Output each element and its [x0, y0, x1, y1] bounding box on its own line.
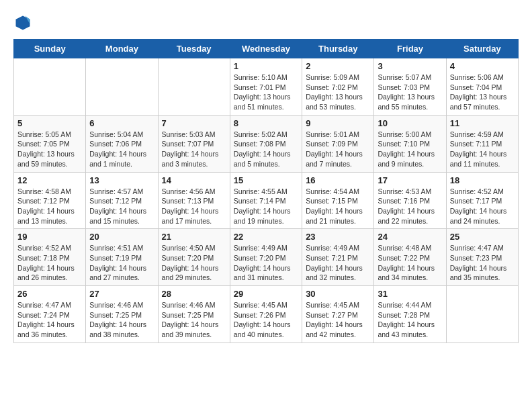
day-info: Sunrise: 4:50 AMSunset: 7:20 PMDaylight:…	[162, 243, 226, 283]
day-info: Sunrise: 5:07 AMSunset: 7:03 PMDaylight:…	[378, 73, 442, 112]
calendar-cell	[14, 58, 86, 116]
day-info: Sunrise: 4:56 AMSunset: 7:13 PMDaylight:…	[162, 187, 226, 226]
weekday-header-wednesday: Wednesday	[230, 40, 302, 58]
calendar-week-2: 5Sunrise: 5:05 AMSunset: 7:05 PMDaylight…	[14, 115, 519, 172]
logo-icon	[13, 13, 32, 32]
day-number: 6	[89, 118, 154, 128]
day-number: 31	[378, 289, 442, 299]
day-number: 5	[17, 118, 82, 128]
day-info: Sunrise: 5:09 AMSunset: 7:02 PMDaylight:…	[306, 73, 370, 112]
day-info: Sunrise: 4:48 AMSunset: 7:22 PMDaylight:…	[378, 243, 442, 283]
calendar-cell: 16Sunrise: 4:54 AMSunset: 7:15 PMDayligh…	[302, 172, 374, 229]
calendar-cell: 7Sunrise: 5:03 AMSunset: 7:07 PMDaylight…	[158, 115, 230, 172]
calendar-cell: 23Sunrise: 4:49 AMSunset: 7:21 PMDayligh…	[302, 229, 374, 286]
day-info: Sunrise: 4:46 AMSunset: 7:25 PMDaylight:…	[162, 300, 226, 340]
calendar-table: SundayMondayTuesdayWednesdayThursdayFrid…	[13, 39, 519, 343]
calendar-cell	[86, 58, 158, 116]
calendar-cell: 27Sunrise: 4:46 AMSunset: 7:25 PMDayligh…	[86, 286, 158, 343]
day-number: 1	[234, 61, 298, 71]
day-info: Sunrise: 4:59 AMSunset: 7:11 PMDaylight:…	[450, 130, 515, 169]
calendar-cell: 26Sunrise: 4:47 AMSunset: 7:24 PMDayligh…	[14, 286, 86, 343]
day-info: Sunrise: 4:55 AMSunset: 7:14 PMDaylight:…	[234, 187, 298, 226]
day-info: Sunrise: 5:02 AMSunset: 7:08 PMDaylight:…	[234, 130, 298, 169]
day-number: 23	[306, 232, 370, 242]
day-info: Sunrise: 4:49 AMSunset: 7:20 PMDaylight:…	[234, 243, 298, 283]
day-info: Sunrise: 4:47 AMSunset: 7:23 PMDaylight:…	[450, 243, 515, 283]
day-number: 11	[450, 118, 515, 128]
calendar-cell: 28Sunrise: 4:46 AMSunset: 7:25 PMDayligh…	[158, 286, 230, 343]
day-info: Sunrise: 4:57 AMSunset: 7:12 PMDaylight:…	[89, 187, 154, 226]
day-number: 16	[306, 175, 370, 185]
day-number: 4	[450, 61, 515, 71]
day-number: 14	[162, 175, 226, 185]
day-number: 25	[450, 232, 515, 242]
day-info: Sunrise: 4:49 AMSunset: 7:21 PMDaylight:…	[306, 243, 370, 283]
calendar-cell: 13Sunrise: 4:57 AMSunset: 7:12 PMDayligh…	[86, 172, 158, 229]
calendar-cell: 25Sunrise: 4:47 AMSunset: 7:23 PMDayligh…	[446, 229, 518, 286]
day-number: 27	[89, 289, 154, 299]
weekday-header-friday: Friday	[374, 40, 446, 58]
calendar-cell: 15Sunrise: 4:55 AMSunset: 7:14 PMDayligh…	[230, 172, 302, 229]
day-info: Sunrise: 4:58 AMSunset: 7:12 PMDaylight:…	[17, 187, 82, 226]
day-info: Sunrise: 5:06 AMSunset: 7:04 PMDaylight:…	[450, 73, 515, 112]
day-number: 26	[17, 289, 82, 299]
calendar-cell: 22Sunrise: 4:49 AMSunset: 7:20 PMDayligh…	[230, 229, 302, 286]
calendar-cell: 3Sunrise: 5:07 AMSunset: 7:03 PMDaylight…	[374, 58, 446, 116]
day-number: 9	[306, 118, 370, 128]
calendar-body: 1Sunrise: 5:10 AMSunset: 7:01 PMDaylight…	[14, 58, 519, 343]
calendar-header: SundayMondayTuesdayWednesdayThursdayFrid…	[14, 40, 519, 58]
calendar-cell: 30Sunrise: 4:45 AMSunset: 7:27 PMDayligh…	[302, 286, 374, 343]
calendar-cell: 8Sunrise: 5:02 AMSunset: 7:08 PMDaylight…	[230, 115, 302, 172]
calendar-cell: 9Sunrise: 5:01 AMSunset: 7:09 PMDaylight…	[302, 115, 374, 172]
calendar-week-4: 19Sunrise: 4:52 AMSunset: 7:18 PMDayligh…	[14, 229, 519, 286]
calendar-cell: 29Sunrise: 4:45 AMSunset: 7:26 PMDayligh…	[230, 286, 302, 343]
day-number: 13	[89, 175, 154, 185]
calendar-cell: 2Sunrise: 5:09 AMSunset: 7:02 PMDaylight…	[302, 58, 374, 116]
day-number: 2	[306, 61, 370, 71]
day-info: Sunrise: 4:52 AMSunset: 7:18 PMDaylight:…	[17, 243, 82, 283]
day-info: Sunrise: 4:51 AMSunset: 7:19 PMDaylight:…	[89, 243, 154, 283]
calendar-cell: 20Sunrise: 4:51 AMSunset: 7:19 PMDayligh…	[86, 229, 158, 286]
day-number: 12	[17, 175, 82, 185]
calendar-cell: 18Sunrise: 4:52 AMSunset: 7:17 PMDayligh…	[446, 172, 518, 229]
day-number: 30	[306, 289, 370, 299]
day-number: 15	[234, 175, 298, 185]
day-info: Sunrise: 5:05 AMSunset: 7:05 PMDaylight:…	[17, 130, 82, 169]
day-info: Sunrise: 4:47 AMSunset: 7:24 PMDaylight:…	[17, 300, 82, 340]
day-info: Sunrise: 4:44 AMSunset: 7:28 PMDaylight:…	[378, 300, 442, 340]
day-number: 22	[234, 232, 298, 242]
day-info: Sunrise: 5:10 AMSunset: 7:01 PMDaylight:…	[234, 73, 298, 112]
weekday-header-sunday: Sunday	[14, 40, 86, 58]
calendar-cell: 1Sunrise: 5:10 AMSunset: 7:01 PMDaylight…	[230, 58, 302, 116]
calendar-cell: 12Sunrise: 4:58 AMSunset: 7:12 PMDayligh…	[14, 172, 86, 229]
day-info: Sunrise: 5:00 AMSunset: 7:10 PMDaylight:…	[378, 130, 442, 169]
day-number: 3	[378, 61, 442, 71]
calendar-cell	[158, 58, 230, 116]
day-number: 19	[17, 232, 82, 242]
calendar-cell: 5Sunrise: 5:05 AMSunset: 7:05 PMDaylight…	[14, 115, 86, 172]
weekday-header-thursday: Thursday	[302, 40, 374, 58]
calendar-cell: 24Sunrise: 4:48 AMSunset: 7:22 PMDayligh…	[374, 229, 446, 286]
day-info: Sunrise: 4:54 AMSunset: 7:15 PMDaylight:…	[306, 187, 370, 226]
calendar-cell: 11Sunrise: 4:59 AMSunset: 7:11 PMDayligh…	[446, 115, 518, 172]
weekday-header-row: SundayMondayTuesdayWednesdayThursdayFrid…	[14, 40, 519, 58]
day-info: Sunrise: 5:01 AMSunset: 7:09 PMDaylight:…	[306, 130, 370, 169]
weekday-header-saturday: Saturday	[446, 40, 518, 58]
weekday-header-monday: Monday	[86, 40, 158, 58]
day-number: 18	[450, 175, 515, 185]
day-number: 24	[378, 232, 442, 242]
day-number: 21	[162, 232, 226, 242]
calendar-cell: 21Sunrise: 4:50 AMSunset: 7:20 PMDayligh…	[158, 229, 230, 286]
day-number: 28	[162, 289, 226, 299]
day-info: Sunrise: 4:46 AMSunset: 7:25 PMDaylight:…	[89, 300, 154, 340]
day-number: 20	[89, 232, 154, 242]
page-header	[13, 13, 519, 32]
calendar-cell: 10Sunrise: 5:00 AMSunset: 7:10 PMDayligh…	[374, 115, 446, 172]
calendar-cell: 19Sunrise: 4:52 AMSunset: 7:18 PMDayligh…	[14, 229, 86, 286]
calendar-cell: 17Sunrise: 4:53 AMSunset: 7:16 PMDayligh…	[374, 172, 446, 229]
day-info: Sunrise: 4:45 AMSunset: 7:27 PMDaylight:…	[306, 300, 370, 340]
day-info: Sunrise: 4:45 AMSunset: 7:26 PMDaylight:…	[234, 300, 298, 340]
logo	[13, 13, 35, 32]
calendar-week-3: 12Sunrise: 4:58 AMSunset: 7:12 PMDayligh…	[14, 172, 519, 229]
day-number: 10	[378, 118, 442, 128]
